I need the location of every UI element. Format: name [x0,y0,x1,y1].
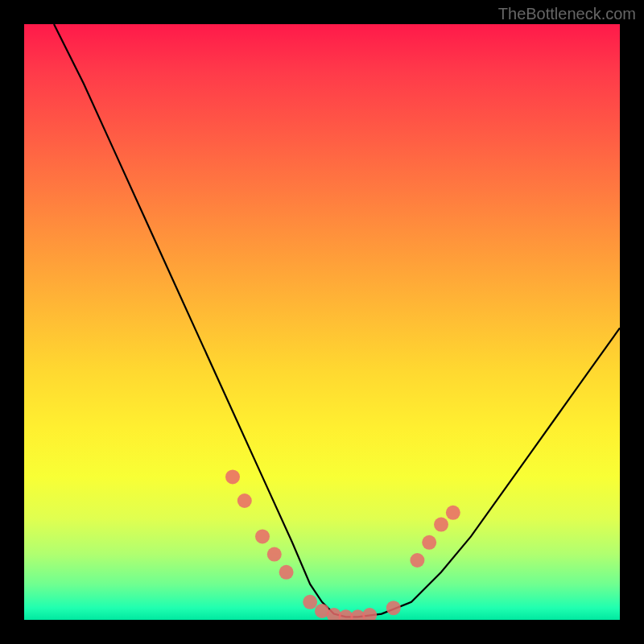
data-marker [446,506,460,520]
data-marker [279,565,294,580]
data-marker [422,535,436,550]
data-marker [362,608,377,620]
data-marker [255,529,270,543]
chart-overlay [24,24,620,620]
data-marker [410,553,424,568]
chart-markers [225,469,460,620]
bottleneck-curve [54,24,620,617]
data-marker [386,601,401,615]
data-marker [237,493,252,508]
data-marker [303,595,317,609]
data-marker [267,547,282,562]
data-marker [434,518,448,532]
attribution-text: TheBottleneck.com [498,5,636,23]
data-marker [225,469,240,484]
